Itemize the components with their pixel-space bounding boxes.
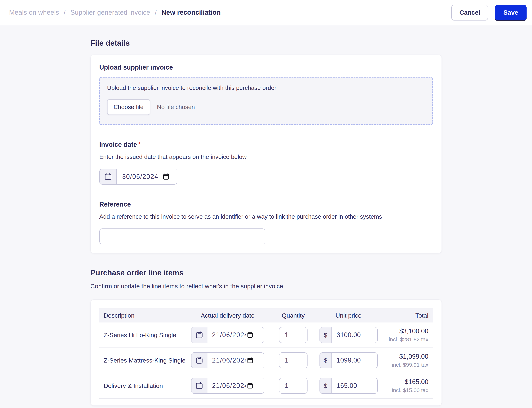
invoice-date-helper: Enter the issued date that appears on th… — [99, 153, 433, 160]
line-tax: incl. $15.00 tax — [378, 387, 428, 393]
breadcrumb-item-current-new-reconciliation: New reconciliation — [161, 9, 221, 16]
line-total: $3,100.00 — [378, 327, 428, 335]
delivery-date-input[interactable] — [191, 378, 264, 394]
dollar-sign-prefix: $ — [320, 353, 332, 368]
breadcrumb-separator: / — [64, 9, 66, 16]
date-picker-icon[interactable] — [247, 353, 258, 368]
quantity-input[interactable] — [279, 352, 307, 368]
breadcrumb: Meals on wheels / Supplier-generated inv… — [9, 9, 221, 16]
unit-price-value[interactable] — [332, 378, 377, 393]
calendar-icon — [192, 353, 208, 368]
line-item-description: Z-Series Hi Lo-King Single — [104, 332, 191, 339]
no-file-chosen-text: No file chosen — [157, 104, 195, 110]
delivery-date-value[interactable] — [208, 378, 247, 393]
dollar-sign-prefix: $ — [320, 378, 332, 393]
unit-price-value[interactable] — [332, 353, 377, 368]
file-details-heading: File details — [90, 39, 442, 47]
quantity-input[interactable] — [279, 327, 307, 343]
invoice-date-input[interactable] — [99, 169, 177, 185]
unit-price-input[interactable]: $ — [320, 327, 378, 343]
reference-helper: Add a reference to this invoice to serve… — [99, 213, 433, 220]
dollar-sign-prefix: $ — [320, 327, 332, 343]
top-bar: Meals on wheels / Supplier-generated inv… — [0, 0, 532, 25]
breadcrumb-item-supplier-generated-invoice[interactable]: Supplier-generated invoice — [70, 9, 150, 16]
invoice-date-value[interactable] — [117, 169, 162, 184]
delivery-date-value[interactable] — [208, 327, 247, 343]
line-total: $165.00 — [378, 378, 428, 386]
date-picker-icon[interactable] — [247, 378, 258, 393]
line-item-description: Delivery & Installation — [104, 382, 191, 389]
table-header-row: Description Actual delivery date Quantit… — [99, 308, 433, 323]
page-content: File details Upload supplier invoice Upl… — [90, 25, 442, 406]
breadcrumb-item-meals-on-wheels[interactable]: Meals on wheels — [9, 9, 59, 16]
line-tax: incl. $99.91 tax — [378, 362, 428, 368]
required-asterisk: * — [138, 141, 141, 148]
reference-field-group: Reference Add a reference to this invoic… — [99, 201, 433, 244]
invoice-date-label: Invoice date* — [99, 141, 433, 148]
choose-file-button[interactable]: Choose file — [107, 99, 150, 115]
line-items-subtitle: Confirm or update the line items to refl… — [90, 283, 442, 290]
header-actions: Cancel Save — [451, 5, 527, 20]
reference-label: Reference — [99, 201, 433, 208]
calendar-icon — [192, 327, 208, 343]
column-header-unit-price: Unit price — [320, 312, 378, 319]
upload-dropzone[interactable]: Upload the supplier invoice to reconcile… — [99, 77, 433, 125]
column-header-total: Total — [378, 312, 428, 319]
delivery-date-value[interactable] — [208, 353, 247, 368]
line-total: $1,099.00 — [378, 353, 428, 360]
breadcrumb-separator: / — [155, 9, 157, 16]
invoice-date-field-group: Invoice date* Enter the issued date that… — [99, 141, 433, 185]
line-item-description: Z-Series Mattress-King Single — [104, 357, 191, 364]
delivery-date-input[interactable] — [191, 327, 264, 343]
save-button[interactable]: Save — [495, 5, 527, 20]
upload-instruction: Upload the supplier invoice to reconcile… — [107, 85, 425, 91]
line-items-card: Description Actual delivery date Quantit… — [90, 299, 442, 406]
calendar-icon — [192, 378, 208, 393]
date-picker-icon[interactable] — [162, 169, 174, 184]
file-details-card: Upload supplier invoice Upload the suppl… — [90, 55, 442, 253]
line-items-heading: Purchase order line items — [90, 269, 442, 277]
column-header-delivery-date: Actual delivery date — [191, 312, 264, 319]
quantity-input[interactable] — [279, 378, 307, 394]
upload-supplier-invoice-label: Upload supplier invoice — [99, 64, 433, 71]
column-header-quantity: Quantity — [279, 312, 307, 319]
column-header-description: Description — [104, 312, 191, 319]
unit-price-input[interactable]: $ — [320, 378, 378, 394]
unit-price-value[interactable] — [332, 327, 377, 343]
line-tax: incl. $281.82 tax — [378, 336, 428, 343]
reference-input[interactable] — [99, 229, 265, 244]
cancel-button[interactable]: Cancel — [451, 5, 488, 20]
unit-price-input[interactable]: $ — [320, 352, 378, 368]
table-row: Delivery & Installation$$165.00incl. $15… — [99, 373, 433, 399]
table-row: Z-Series Mattress-King Single$$1,099.00i… — [99, 348, 433, 373]
calendar-icon — [100, 169, 117, 184]
delivery-date-input[interactable] — [191, 352, 264, 368]
date-picker-icon[interactable] — [247, 327, 258, 343]
table-row: Z-Series Hi Lo-King Single$$3,100.00incl… — [99, 323, 433, 348]
